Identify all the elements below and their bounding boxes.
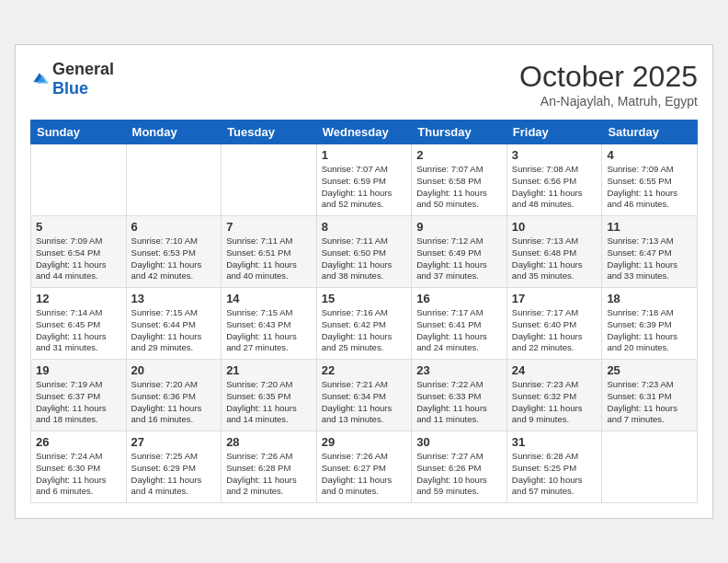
- weekday-header-thursday: Thursday: [412, 121, 507, 144]
- day-info: Sunrise: 7:27 AM Sunset: 6:26 PM Dayligh…: [416, 451, 502, 498]
- day-info: Sunrise: 7:21 AM Sunset: 6:34 PM Dayligh…: [322, 379, 407, 426]
- calendar-cell: 12Sunrise: 7:14 AM Sunset: 6:45 PM Dayli…: [31, 288, 127, 360]
- day-info: Sunrise: 7:14 AM Sunset: 6:45 PM Dayligh…: [36, 307, 121, 354]
- weekday-header-tuesday: Tuesday: [222, 121, 317, 144]
- day-number: 3: [512, 148, 597, 162]
- day-number: 10: [512, 220, 597, 234]
- calendar-cell: 23Sunrise: 7:22 AM Sunset: 6:33 PM Dayli…: [412, 360, 507, 431]
- calendar-cell: 4Sunrise: 7:09 AM Sunset: 6:55 PM Daylig…: [602, 144, 698, 216]
- day-number: 5: [36, 220, 121, 234]
- calendar-cell: 28Sunrise: 7:26 AM Sunset: 6:28 PM Dayli…: [222, 431, 317, 503]
- day-info: Sunrise: 7:09 AM Sunset: 6:55 PM Dayligh…: [607, 164, 692, 211]
- day-number: 4: [607, 148, 692, 162]
- calendar-cell: [126, 144, 222, 216]
- calendar-cell: 27Sunrise: 7:25 AM Sunset: 6:29 PM Dayli…: [126, 431, 222, 503]
- logo-text: GeneralBlue: [52, 60, 114, 98]
- calendar-cell: [222, 144, 317, 216]
- calendar-cell: [602, 431, 698, 503]
- day-number: 31: [512, 435, 597, 449]
- calendar-cell: 26Sunrise: 7:24 AM Sunset: 6:30 PM Dayli…: [31, 431, 127, 503]
- day-info: Sunrise: 7:08 AM Sunset: 6:56 PM Dayligh…: [512, 164, 597, 211]
- day-number: 13: [131, 292, 217, 305]
- calendar-cell: 24Sunrise: 7:23 AM Sunset: 6:32 PM Dayli…: [506, 360, 602, 431]
- calendar-cell: 2Sunrise: 7:07 AM Sunset: 6:58 PM Daylig…: [412, 144, 507, 216]
- day-number: 22: [322, 363, 407, 377]
- logo-text-blue: Blue: [52, 79, 88, 98]
- calendar-cell: 29Sunrise: 7:26 AM Sunset: 6:27 PM Dayli…: [316, 431, 412, 503]
- calendar-cell: 10Sunrise: 7:13 AM Sunset: 6:48 PM Dayli…: [506, 216, 602, 288]
- calendar-cell: 31Sunrise: 6:28 AM Sunset: 5:25 PM Dayli…: [506, 431, 602, 503]
- day-number: 15: [322, 292, 407, 305]
- day-number: 24: [512, 363, 597, 377]
- week-row-1: 1Sunrise: 7:07 AM Sunset: 6:59 PM Daylig…: [31, 144, 698, 216]
- calendar-cell: 5Sunrise: 7:09 AM Sunset: 6:54 PM Daylig…: [31, 216, 127, 288]
- day-number: 17: [512, 292, 597, 305]
- calendar-cell: [31, 144, 127, 216]
- day-info: Sunrise: 7:11 AM Sunset: 6:50 PM Dayligh…: [322, 236, 407, 282]
- calendar-cell: 21Sunrise: 7:20 AM Sunset: 6:35 PM Dayli…: [222, 360, 317, 431]
- logo-text-general: GeneralBlue: [52, 60, 114, 98]
- day-number: 26: [36, 435, 121, 449]
- day-info: Sunrise: 7:22 AM Sunset: 6:33 PM Dayligh…: [416, 379, 502, 426]
- day-number: 29: [322, 435, 407, 449]
- day-info: Sunrise: 7:18 AM Sunset: 6:39 PM Dayligh…: [607, 307, 692, 354]
- calendar-cell: 9Sunrise: 7:12 AM Sunset: 6:49 PM Daylig…: [412, 216, 507, 288]
- day-number: 12: [36, 292, 121, 305]
- calendar-cell: 13Sunrise: 7:15 AM Sunset: 6:44 PM Dayli…: [126, 288, 222, 360]
- calendar-cell: 14Sunrise: 7:15 AM Sunset: 6:43 PM Dayli…: [222, 288, 317, 360]
- week-row-5: 26Sunrise: 7:24 AM Sunset: 6:30 PM Dayli…: [31, 431, 698, 503]
- week-row-4: 19Sunrise: 7:19 AM Sunset: 6:37 PM Dayli…: [31, 360, 698, 431]
- month-title: October 2025: [519, 60, 698, 94]
- day-info: Sunrise: 7:17 AM Sunset: 6:40 PM Dayligh…: [512, 307, 597, 354]
- day-info: Sunrise: 6:28 AM Sunset: 5:25 PM Dayligh…: [512, 451, 597, 498]
- day-info: Sunrise: 7:07 AM Sunset: 6:59 PM Dayligh…: [322, 164, 407, 211]
- day-number: 30: [416, 435, 502, 449]
- calendar-header: GeneralBlue October 2025 An-Najaylah, Ma…: [30, 60, 698, 109]
- day-number: 14: [226, 292, 312, 305]
- day-info: Sunrise: 7:11 AM Sunset: 6:51 PM Dayligh…: [226, 236, 312, 282]
- calendar-cell: 15Sunrise: 7:16 AM Sunset: 6:42 PM Dayli…: [316, 288, 412, 360]
- calendar-cell: 22Sunrise: 7:21 AM Sunset: 6:34 PM Dayli…: [316, 360, 412, 431]
- day-info: Sunrise: 7:20 AM Sunset: 6:36 PM Dayligh…: [131, 379, 217, 426]
- day-number: 23: [416, 363, 502, 377]
- day-info: Sunrise: 7:19 AM Sunset: 6:37 PM Dayligh…: [36, 379, 121, 426]
- calendar-table: SundayMondayTuesdayWednesdayThursdayFrid…: [30, 120, 698, 503]
- calendar-cell: 3Sunrise: 7:08 AM Sunset: 6:56 PM Daylig…: [506, 144, 602, 216]
- logo: GeneralBlue: [30, 60, 114, 98]
- calendar-cell: 6Sunrise: 7:10 AM Sunset: 6:53 PM Daylig…: [126, 216, 222, 288]
- day-info: Sunrise: 7:10 AM Sunset: 6:53 PM Dayligh…: [131, 236, 217, 282]
- day-info: Sunrise: 7:13 AM Sunset: 6:48 PM Dayligh…: [512, 236, 597, 282]
- calendar-cell: 7Sunrise: 7:11 AM Sunset: 6:51 PM Daylig…: [222, 216, 317, 288]
- day-info: Sunrise: 7:23 AM Sunset: 6:31 PM Dayligh…: [607, 379, 692, 426]
- calendar-cell: 11Sunrise: 7:13 AM Sunset: 6:47 PM Dayli…: [602, 216, 698, 288]
- day-number: 28: [226, 435, 312, 449]
- day-number: 21: [226, 363, 312, 377]
- day-number: 1: [322, 148, 407, 162]
- calendar-cell: 17Sunrise: 7:17 AM Sunset: 6:40 PM Dayli…: [506, 288, 602, 360]
- calendar-cell: 25Sunrise: 7:23 AM Sunset: 6:31 PM Dayli…: [602, 360, 698, 431]
- calendar-cell: 18Sunrise: 7:18 AM Sunset: 6:39 PM Dayli…: [602, 288, 698, 360]
- calendar-cell: 30Sunrise: 7:27 AM Sunset: 6:26 PM Dayli…: [412, 431, 507, 503]
- weekday-header-friday: Friday: [506, 121, 602, 144]
- day-number: 6: [131, 220, 217, 234]
- day-info: Sunrise: 7:12 AM Sunset: 6:49 PM Dayligh…: [416, 236, 502, 282]
- location-subtitle: An-Najaylah, Matruh, Egypt: [519, 94, 698, 109]
- day-number: 8: [322, 220, 407, 234]
- week-row-3: 12Sunrise: 7:14 AM Sunset: 6:45 PM Dayli…: [31, 288, 698, 360]
- day-number: 25: [607, 363, 692, 377]
- calendar-cell: 1Sunrise: 7:07 AM Sunset: 6:59 PM Daylig…: [316, 144, 412, 216]
- logo-icon: [30, 70, 49, 88]
- week-row-2: 5Sunrise: 7:09 AM Sunset: 6:54 PM Daylig…: [31, 216, 698, 288]
- calendar-cell: 20Sunrise: 7:20 AM Sunset: 6:36 PM Dayli…: [126, 360, 222, 431]
- day-info: Sunrise: 7:16 AM Sunset: 6:42 PM Dayligh…: [322, 307, 407, 354]
- day-info: Sunrise: 7:07 AM Sunset: 6:58 PM Dayligh…: [416, 164, 502, 211]
- day-info: Sunrise: 7:20 AM Sunset: 6:35 PM Dayligh…: [226, 379, 312, 426]
- title-area: October 2025 An-Najaylah, Matruh, Egypt: [519, 60, 698, 109]
- day-info: Sunrise: 7:09 AM Sunset: 6:54 PM Dayligh…: [36, 236, 121, 282]
- calendar-cell: 19Sunrise: 7:19 AM Sunset: 6:37 PM Dayli…: [31, 360, 127, 431]
- day-info: Sunrise: 7:13 AM Sunset: 6:47 PM Dayligh…: [607, 236, 692, 282]
- day-number: 2: [416, 148, 502, 162]
- weekday-header-sunday: Sunday: [31, 121, 127, 144]
- day-number: 19: [36, 363, 121, 377]
- day-info: Sunrise: 7:15 AM Sunset: 6:44 PM Dayligh…: [131, 307, 217, 354]
